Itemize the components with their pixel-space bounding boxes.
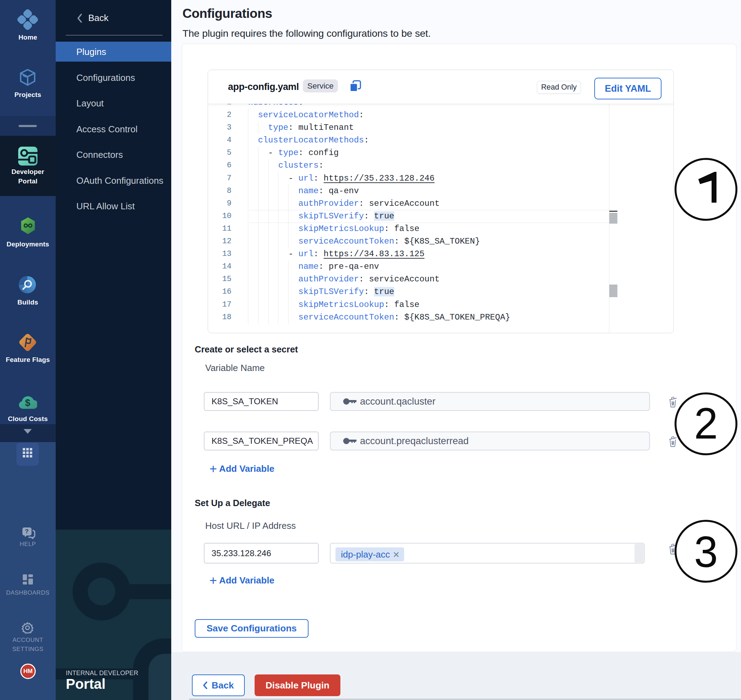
svg-text:3: 3	[694, 527, 718, 576]
svg-text:2: 2	[694, 399, 718, 448]
